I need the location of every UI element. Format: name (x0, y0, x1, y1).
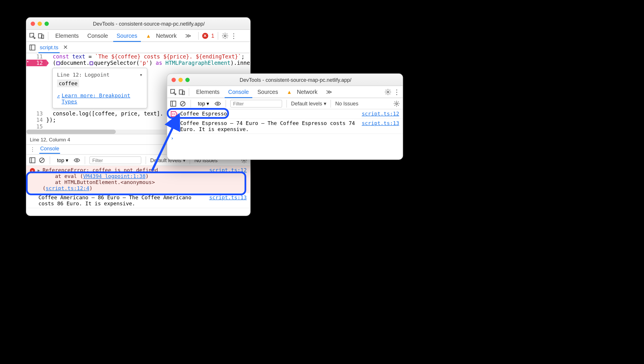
error-count-icon[interactable]: ✕ (202, 33, 208, 39)
file-tab-script[interactable]: script.ts (39, 44, 60, 53)
kebab-menu-icon[interactable]: ⋮ (393, 88, 400, 95)
source-link[interactable]: script.ts:13 (362, 120, 399, 126)
external-link-icon (57, 92, 60, 105)
live-expression-eye-icon[interactable] (73, 157, 80, 164)
svg-line-9 (40, 158, 44, 162)
console-sidebar-toggle-icon[interactable] (29, 157, 36, 164)
tab-elements[interactable]: Elements (193, 86, 223, 98)
chevron-down-icon: ▾ (207, 101, 209, 107)
execution-context-selector[interactable]: top ▾ (195, 99, 212, 108)
tab-console[interactable]: Console (84, 30, 111, 42)
minimize-window-button[interactable] (179, 77, 183, 82)
source-link[interactable]: script.ts:12 (209, 167, 247, 173)
tab-sources[interactable]: Sources (113, 30, 141, 42)
tab-elements[interactable]: Elements (52, 30, 82, 42)
code-line: (document.querySelector('p') as HTMLPara… (46, 60, 250, 66)
zoom-window-button[interactable] (185, 77, 190, 82)
zoom-window-button[interactable] (45, 21, 49, 26)
inspect-element-icon[interactable] (170, 88, 177, 95)
console-log-message[interactable]: Coffee Espresso – 74 Euro – The Coffee E… (167, 119, 403, 134)
line-number[interactable]: 13 (26, 110, 46, 117)
console-toolbar: top ▾ Default levels ▾ No Issues (167, 98, 403, 109)
svg-line-19 (181, 102, 185, 105)
clear-console-icon[interactable] (39, 157, 46, 164)
svg-point-21 (396, 103, 397, 104)
device-toolbar-icon[interactable] (38, 32, 45, 39)
log-text: Coffee Espresso – 74 Euro – The Coffee E… (180, 120, 359, 132)
tab-network[interactable]: ▲ Network (283, 86, 321, 98)
source-link[interactable]: script.ts:13 (209, 194, 247, 200)
code-line: const text = `The ${coffee} costs ${pric… (46, 53, 250, 60)
chevron-down-icon[interactable]: ▾ (139, 72, 143, 78)
console-logpoint-message[interactable]: Coffee Espresso script.ts:12 (167, 109, 403, 119)
stack-frame-link[interactable]: VM4394 logpoint:1:38 (83, 173, 146, 179)
tabs-overflow[interactable]: ≫ (323, 86, 336, 98)
kebab-menu-icon[interactable]: ⋮ (230, 32, 237, 39)
svg-rect-6 (30, 158, 35, 163)
inspect-element-icon[interactable] (29, 32, 36, 39)
console-messages: ✕ ▶ ReferenceError: coffee is not define… (26, 166, 250, 208)
error-count: 1 (211, 33, 214, 39)
logpoint-line-label: Line 12: (57, 72, 82, 78)
execution-context-selector[interactable]: top ▾ (54, 156, 71, 164)
expand-toggle-icon[interactable]: ▶ (38, 168, 40, 172)
close-file-icon[interactable]: ✕ (62, 44, 68, 51)
console-settings-gear-icon[interactable] (393, 100, 400, 107)
logpoint-editor-popover: Line 12: Logpoint ▾ coffee Learn more: B… (52, 68, 147, 109)
line-number[interactable]: 11 (26, 53, 46, 60)
chevron-down-icon: ▾ (66, 157, 68, 163)
console-prompt[interactable]: › (167, 134, 403, 143)
settings-gear-icon[interactable] (384, 88, 391, 95)
tabs-overflow[interactable]: ≫ (182, 30, 195, 42)
line-number[interactable]: 14 (26, 117, 46, 123)
svg-rect-2 (41, 35, 44, 38)
live-expression-eye-icon[interactable] (214, 100, 221, 107)
kebab-menu-icon[interactable]: ⋮ (29, 146, 36, 153)
device-toolbar-icon[interactable] (179, 88, 185, 95)
cursor-position: Line 12, Column 4 (30, 137, 70, 142)
clear-console-icon[interactable] (179, 100, 186, 107)
error-icon: ✕ (30, 168, 35, 173)
console-log-message[interactable]: Coffee Americano – 86 Euro – The Coffee … (26, 193, 250, 208)
warning-icon: ▲ (146, 33, 151, 39)
warning-icon: ▲ (287, 89, 292, 95)
logpoint-marker-icon (171, 111, 178, 117)
log-levels-selector[interactable]: Default levels ▾ (291, 101, 326, 107)
line-number-breakpoint[interactable]: 12 (26, 60, 46, 66)
logpoint-type-label[interactable]: Logpoint (85, 72, 110, 78)
svg-point-22 (173, 114, 173, 115)
stack-frame-link[interactable]: script.ts:12:4 (46, 185, 89, 192)
prompt-chevron-icon: › (171, 135, 174, 141)
close-window-button[interactable] (172, 77, 176, 82)
tab-network[interactable]: ▲ Network (142, 30, 180, 42)
source-link[interactable]: script.ts:12 (362, 111, 399, 117)
devtools-window-2: DevTools - consistent-source-map-pc.netl… (167, 73, 403, 160)
logpoint-expression-input[interactable]: coffee (57, 79, 79, 87)
issues-link[interactable]: No Issues (335, 101, 358, 107)
settings-gear-icon[interactable] (222, 32, 229, 39)
console-messages: Coffee Espresso script.ts:12 Coffee Espr… (167, 109, 403, 143)
console-error-message[interactable]: ✕ ▶ ReferenceError: coffee is not define… (26, 166, 250, 193)
log-text: Coffee Americano – 86 Euro – The Coffee … (39, 194, 207, 206)
svg-point-23 (174, 114, 175, 115)
drawer-tab-console[interactable]: Console (39, 145, 60, 154)
console-filter-input[interactable] (89, 156, 141, 164)
svg-rect-16 (171, 101, 176, 106)
svg-point-10 (76, 159, 77, 161)
tab-console[interactable]: Console (225, 86, 252, 98)
titlebar[interactable]: DevTools - consistent-source-map-pc.netl… (26, 18, 250, 30)
svg-rect-4 (30, 45, 35, 50)
line-number[interactable]: 15 (26, 123, 46, 130)
close-window-button[interactable] (31, 21, 35, 26)
log-text: Coffee Espresso (180, 111, 359, 117)
tab-sources[interactable]: Sources (254, 86, 282, 98)
console-sidebar-toggle-icon[interactable] (170, 100, 177, 107)
svg-point-3 (224, 35, 226, 37)
navigator-toggle-icon[interactable] (29, 44, 36, 51)
titlebar[interactable]: DevTools - consistent-source-map-pc.netl… (167, 74, 403, 86)
window-title: DevTools - consistent-source-map-pc.netl… (52, 20, 246, 26)
main-tabs: Elements Console Sources ▲ Network ≫ ⋮ (167, 86, 403, 98)
console-filter-input[interactable] (230, 100, 282, 107)
minimize-window-button[interactable] (38, 21, 42, 26)
learn-more-link[interactable]: Learn more: Breakpoint Types (57, 92, 143, 105)
